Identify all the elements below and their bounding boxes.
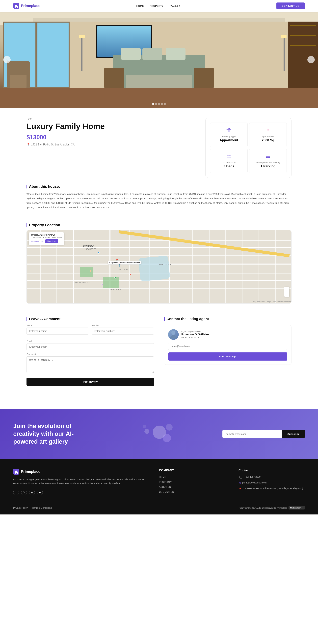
- footer-company-title: COMPANY: [159, 469, 225, 472]
- nav-home[interactable]: HOME: [136, 4, 144, 7]
- bedroom-label: no of Bedroom: [222, 161, 236, 164]
- nav-links: HOME PROPERTY PAGES ▾: [136, 4, 180, 8]
- stat-type: Property Type Appartment: [210, 122, 248, 147]
- comment-section: Leave A Comment Name Number Email Commen…: [26, 317, 154, 386]
- parking-icon: [265, 154, 271, 160]
- newsletter-form: Subscribe: [222, 430, 305, 438]
- location-icon: 📍: [26, 143, 30, 146]
- footer-desc: Discover a cutting-edge video conferenci…: [13, 478, 146, 486]
- footer-copyright: Copyright © 2024. All right reserved to …: [239, 506, 305, 510]
- footer-logo-text: Primeplace: [21, 470, 40, 474]
- newsletter-title: Join the evolution of creativity with ou…: [13, 422, 96, 446]
- agent-name: Rosalina D. Willaim: [181, 333, 209, 336]
- agent-email: b.gordon@homeid.com: [181, 330, 209, 333]
- name-input[interactable]: [26, 328, 89, 334]
- hero-dot-2[interactable]: [155, 103, 157, 105]
- agent-email-input[interactable]: [168, 343, 287, 350]
- property-stats: Property Type Appartment Spacious life 2…: [205, 118, 292, 178]
- directions-button[interactable]: Directions: [45, 239, 58, 243]
- agent-title: Contact the listing agent: [164, 317, 292, 321]
- comment-title: Leave A Comment: [26, 317, 154, 321]
- privacy-policy-link[interactable]: Privacy Policy: [13, 506, 28, 509]
- logo-text: Primeplace: [21, 4, 40, 8]
- navigation: Primeplace HOME PROPERTY PAGES ▾ CONTACT…: [0, 0, 318, 12]
- hero-section: ‹ ›: [0, 12, 318, 108]
- stat-bedroom: no of Bedroom 3 Beds: [210, 148, 248, 173]
- bedroom-value: 3 Beds: [223, 164, 234, 168]
- email-input[interactable]: [26, 343, 154, 350]
- number-input[interactable]: [92, 328, 154, 334]
- hero-dot-4[interactable]: [161, 103, 163, 105]
- about-text: Where does it come from? Contrary to pop…: [26, 192, 292, 210]
- terms-link[interactable]: Terms & Conditions: [32, 506, 52, 509]
- newsletter-email-input[interactable]: [222, 430, 282, 438]
- footer-link-home[interactable]: HOME: [159, 476, 166, 478]
- agent-section: Contact the listing agent b.gordon@homei…: [164, 317, 292, 386]
- send-message-button[interactable]: Send Messege: [168, 352, 287, 360]
- footer-address: 📍 77 West Street, Murchison North, Victo…: [239, 487, 305, 490]
- footer-link-contact[interactable]: CONTACT US: [159, 490, 174, 493]
- agent-avatar: [168, 329, 179, 340]
- svg-point-8: [230, 155, 230, 156]
- agent-phone: +1 462 485 1525: [181, 336, 209, 339]
- footer-phone: 📞 +(02) 4057 2930: [239, 476, 305, 479]
- footer-bottom: Privacy Policy Terms & Conditions Copyri…: [13, 502, 305, 510]
- map-copyright: Map data ©2024 Google Terms Report a map…: [253, 301, 291, 303]
- property-address: 📍 1421 San Pedro St, Los Angeles, CA: [26, 143, 195, 146]
- subscribe-button[interactable]: Subscribe: [282, 430, 305, 438]
- hero-next-button[interactable]: ›: [308, 56, 315, 63]
- footer-link-property[interactable]: PROPERTY: [159, 481, 172, 483]
- type-label: Property Type: [222, 135, 236, 138]
- number-label: Number: [92, 324, 154, 326]
- comment-label: Comment: [26, 353, 154, 356]
- stat-parking: Listed properties Parking 1 Parking: [249, 148, 287, 173]
- agent-info: b.gordon@homeid.com Rosalina D. Willaim …: [168, 329, 287, 340]
- chevron-down-icon: ▾: [179, 4, 180, 8]
- parking-label: Listed properties Parking: [256, 161, 280, 164]
- svg-rect-2: [228, 130, 230, 132]
- bedroom-icon: [226, 154, 232, 160]
- map-area[interactable]: DOWNTOWN LOS ANGELES CITY WEST LITTLE TO…: [27, 230, 291, 303]
- life-label: Spacious life: [262, 135, 274, 138]
- post-review-button[interactable]: Post Review: [26, 378, 154, 386]
- type-value: Appartment: [220, 138, 238, 142]
- property-detail: HZ06 Luxury Family Home $13000 📍 1421 Sa…: [26, 118, 292, 178]
- map-container: DOWNTOWN LOS ANGELES CITY WEST LITTLE TO…: [26, 230, 292, 304]
- zoom-out-button[interactable]: −: [284, 292, 289, 297]
- nav-pages[interactable]: PAGES ▾: [169, 4, 180, 8]
- zoom-in-button[interactable]: +: [284, 287, 289, 292]
- agent-card: b.gordon@homeid.com Rosalina D. Willaim …: [164, 325, 292, 365]
- nav-property[interactable]: PROPERTY: [150, 4, 163, 7]
- map-zoom-controls: + −: [284, 287, 289, 297]
- instagram-icon[interactable]: ◉: [29, 490, 35, 495]
- email-icon: ✉: [239, 482, 241, 485]
- hero-prev-button[interactable]: ‹: [3, 56, 10, 63]
- footer-brand: Primeplace Discover a cutting-edge video…: [13, 469, 146, 496]
- property-title: Luxury Family Home: [26, 122, 195, 131]
- footer-contact-title: Contact: [239, 469, 305, 472]
- footer-contact: Contact 📞 +(02) 4057 2930 ✉ primeplace@g…: [239, 469, 305, 496]
- footer-link-about[interactable]: ABOUT US: [159, 486, 171, 488]
- facebook-icon[interactable]: f: [13, 490, 19, 495]
- footer-company: COMPANY HOME PROPERTY ABOUT US CONTACT U…: [159, 469, 225, 496]
- hero-dot-5[interactable]: [164, 103, 166, 105]
- email-label: Email: [26, 340, 154, 342]
- footer-email: ✉ primeplace@gmail.com: [239, 481, 305, 485]
- property-info: HZ06 Luxury Family Home $13000 📍 1421 Sa…: [26, 118, 195, 146]
- life-icon: [265, 127, 271, 134]
- view-larger-map-link[interactable]: View larger map: [31, 240, 44, 242]
- hero-dot-1[interactable]: [152, 103, 154, 105]
- footer: Primeplace Discover a cutting-edge video…: [0, 459, 318, 514]
- life-value: 2500 Sq: [262, 138, 274, 142]
- name-label: Name: [26, 324, 89, 326]
- youtube-icon[interactable]: ▶: [37, 490, 43, 495]
- footer-company-links: HOME PROPERTY ABOUT US CONTACT US: [159, 476, 225, 494]
- hero-dot-3[interactable]: [158, 103, 160, 105]
- logo[interactable]: Primeplace: [13, 3, 40, 9]
- comment-textarea[interactable]: [26, 356, 154, 373]
- twitter-icon[interactable]: 𝕏: [21, 490, 27, 495]
- hero-dots: [152, 103, 166, 105]
- svg-point-7: [228, 155, 228, 156]
- property-price: $13000: [26, 134, 195, 141]
- nav-cta-button[interactable]: CONTACT US: [276, 2, 305, 9]
